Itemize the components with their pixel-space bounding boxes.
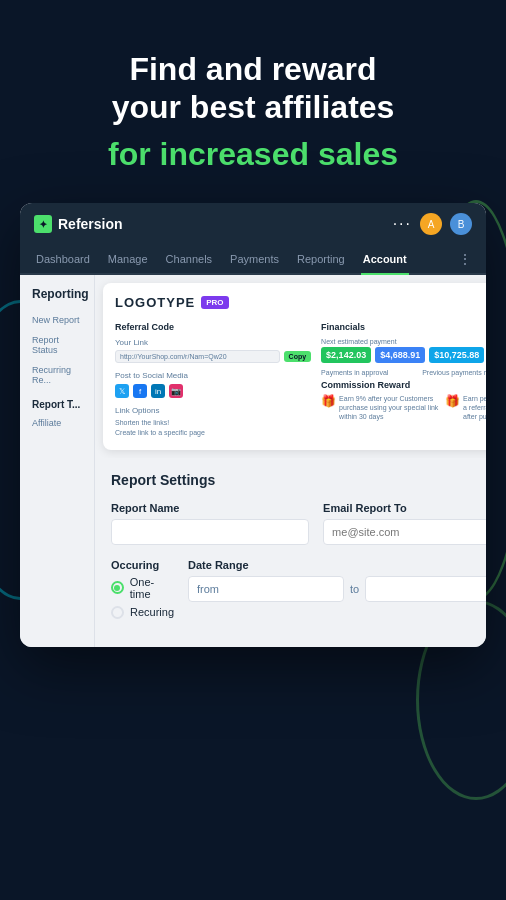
tab-account[interactable]: Account xyxy=(361,245,409,275)
date-range-label: Date Range xyxy=(188,559,486,571)
instagram-icon[interactable]: 📷 xyxy=(169,384,183,398)
facebook-icon[interactable]: f xyxy=(133,384,147,398)
tab-bar: Dashboard Manage Channels Payments Repor… xyxy=(20,245,486,275)
report-name-label: Report Name xyxy=(111,502,309,514)
report-settings: Report Settings Report Name Email Report… xyxy=(95,458,486,647)
next-estimated-label: Next estimated payment xyxy=(321,338,486,345)
date-range-row: to xyxy=(188,576,486,602)
copy-button[interactable]: Copy xyxy=(284,351,312,362)
date-to-input[interactable] xyxy=(365,576,486,602)
hero-section: Find and reward your best affiliates for… xyxy=(0,0,506,203)
date-from-input[interactable] xyxy=(188,576,344,602)
email-label: Email Report To xyxy=(323,502,486,514)
link-input[interactable]: http://YourShop.com/r/Nam=Qw20 xyxy=(115,350,280,363)
link-options-text: Shorten the links!Create link to a speci… xyxy=(115,418,311,438)
form-group-email: Email Report To xyxy=(323,502,486,545)
nav-bar: ✦ Refersion ··· A B xyxy=(20,203,486,245)
radio-circle-one-time xyxy=(111,581,124,594)
commission-text-2: Earn percent off a referral site after p… xyxy=(463,394,486,421)
form-row-1: Report Name Email Report To xyxy=(111,502,486,545)
financials-label: Financials xyxy=(321,322,486,332)
nav-logo-text: Refersion xyxy=(58,216,123,232)
nav-avatar-1[interactable]: A xyxy=(420,213,442,235)
occurring-label: Occuring xyxy=(111,559,174,571)
main-card: ✦ Refersion ··· A B Dashboard Manage Cha… xyxy=(20,203,486,647)
nav-logo: ✦ Refersion xyxy=(34,215,123,233)
sidebar-section-title: Report T... xyxy=(28,399,86,410)
sidebar-item-report-status[interactable]: Report Status xyxy=(28,331,86,359)
radio-recurring[interactable]: Recuring xyxy=(111,606,174,619)
fin-approved-value: $4,688.91 xyxy=(375,347,425,363)
tab-manage[interactable]: Manage xyxy=(106,245,150,273)
sidebar-item-affiliate[interactable]: Affiliate xyxy=(28,414,86,432)
radio-one-time-label: One-time xyxy=(130,576,174,600)
radio-recurring-label: Recuring xyxy=(130,606,174,618)
twitter-icon[interactable]: 𝕏 xyxy=(115,384,129,398)
sidebar-item-new-report[interactable]: New Report xyxy=(28,311,86,329)
gift-icon-2: 🎁 xyxy=(445,394,460,408)
logotype-header: LOGOTYPE PRO xyxy=(115,295,486,310)
link-row: http://YourShop.com/r/Nam=Qw20 Copy xyxy=(115,350,311,363)
hero-subtitle: for increased sales xyxy=(30,135,476,173)
your-link-label: Your Link xyxy=(115,338,311,347)
tab-more-icon[interactable]: ⋮ xyxy=(458,251,472,267)
email-input[interactable] xyxy=(323,519,486,545)
social-label: Post to Social Media xyxy=(115,371,311,380)
nav-avatar-2[interactable]: B xyxy=(450,213,472,235)
affiliate-card: LOGOTYPE PRO Referral Code Your Link htt… xyxy=(103,283,486,450)
card-left: Referral Code Your Link http://YourShop.… xyxy=(115,322,311,438)
commission-label: Commission Reward xyxy=(321,380,486,390)
radio-one-time[interactable]: One-time xyxy=(111,576,174,600)
sidebar-title: Reporting xyxy=(28,287,86,301)
report-settings-title: Report Settings xyxy=(111,472,486,488)
nav-dots-icon: ··· xyxy=(393,215,412,233)
commission-item-1: 🎁 Earn 9% after your Customers purchase … xyxy=(321,394,439,421)
date-to-label: to xyxy=(350,583,359,595)
tab-dashboard[interactable]: Dashboard xyxy=(34,245,92,273)
nav-controls: ··· A B xyxy=(393,213,472,235)
hero-title: Find and reward your best affiliates xyxy=(30,50,476,127)
main-content: LOGOTYPE PRO Referral Code Your Link htt… xyxy=(95,275,486,647)
payments-approved-label: Payments in approval xyxy=(321,369,416,376)
sidebar-item-recurring[interactable]: Recurring Re... xyxy=(28,361,86,389)
sidebar: Reporting New Report Report Status Recur… xyxy=(20,275,95,647)
report-name-input[interactable] xyxy=(111,519,309,545)
form-row-2: Occuring One-time Recuring xyxy=(111,559,486,619)
logotype-text: LOGOTYPE xyxy=(115,295,195,310)
gift-icon-1: 🎁 xyxy=(321,394,336,408)
tab-channels[interactable]: Channels xyxy=(164,245,214,273)
linkedin-icon[interactable]: in xyxy=(151,384,165,398)
previous-received-label: Previous payments received xyxy=(422,369,486,376)
form-group-name: Report Name xyxy=(111,502,309,545)
radio-circle-recurring xyxy=(111,606,124,619)
tab-payments[interactable]: Payments xyxy=(228,245,281,273)
commission-item-2: 🎁 Earn percent off a referral site after… xyxy=(445,394,486,421)
pro-badge: PRO xyxy=(201,296,228,309)
radio-group: One-time Recuring xyxy=(111,576,174,619)
financials-grid: $2,142.03 $4,688.91 $10,725.88 xyxy=(321,347,486,363)
form-group-date-range: Date Range to xyxy=(188,559,486,619)
radio-dot-one-time xyxy=(114,585,120,591)
form-group-occurring: Occuring One-time Recuring xyxy=(111,559,174,619)
fin-next-value: $2,142.03 xyxy=(321,347,371,363)
fin-received-value: $10,725.88 xyxy=(429,347,484,363)
referral-code-label: Referral Code xyxy=(115,322,311,332)
commission-row: 🎁 Earn 9% after your Customers purchase … xyxy=(321,394,486,421)
social-icons: 𝕏 f in 📷 xyxy=(115,384,311,398)
tab-reporting[interactable]: Reporting xyxy=(295,245,347,273)
card-right: Financials Next estimated payment $2,142… xyxy=(321,322,486,438)
card-sections: Referral Code Your Link http://YourShop.… xyxy=(115,322,486,438)
commission-text-1: Earn 9% after your Customers purchase us… xyxy=(339,394,439,421)
content-area: Reporting New Report Report Status Recur… xyxy=(20,275,486,647)
refersion-logo-icon: ✦ xyxy=(34,215,52,233)
link-options-label: Link Options xyxy=(115,406,311,415)
